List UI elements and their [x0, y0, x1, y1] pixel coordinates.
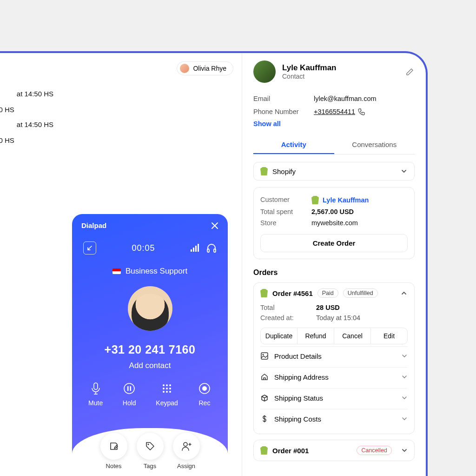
- order-created: Today at 15:04: [316, 314, 360, 322]
- log-time: t 14:50 HS: [0, 136, 14, 144]
- chevron-down-icon: [401, 395, 408, 401]
- log-time: at 14:50 HS: [17, 121, 53, 128]
- caller-avatar: [128, 286, 172, 331]
- svg-point-22: [184, 442, 187, 446]
- cancel-button[interactable]: Cancel: [334, 328, 370, 344]
- svg-point-20: [202, 386, 207, 391]
- contact-avatar: [253, 60, 276, 83]
- shipping-costs-row[interactable]: Shipping Costs: [260, 409, 408, 428]
- user-name: Olivia Rhye: [193, 65, 226, 72]
- phone-value[interactable]: +3166554411: [314, 108, 365, 115]
- phone-icon: [358, 108, 365, 115]
- chevron-up-icon[interactable]: [400, 289, 408, 297]
- tags-button[interactable]: Tags: [137, 433, 164, 476]
- tabs: Activity Conversations: [253, 136, 415, 154]
- assign-button[interactable]: Assign: [173, 433, 200, 476]
- current-user-pill[interactable]: Olivia Rhye: [177, 61, 233, 75]
- collapse-icon[interactable]: [83, 241, 96, 255]
- svg-point-13: [163, 388, 165, 389]
- svg-point-16: [163, 391, 165, 393]
- svg-rect-4: [207, 249, 209, 252]
- product-details-row[interactable]: Product Details: [260, 346, 408, 365]
- orders-heading: Orders: [253, 268, 415, 277]
- svg-point-18: [169, 391, 171, 393]
- dialpad-title: Dialpad: [81, 221, 106, 229]
- list-item: pport at 14:50 HS: [0, 89, 233, 99]
- store-value: mywebsite.com: [311, 219, 358, 227]
- notes-button[interactable]: Notes: [100, 433, 127, 476]
- customer-link[interactable]: Lyle Kauffman: [311, 196, 369, 204]
- shipping-status-row[interactable]: Shipping Status: [260, 388, 408, 407]
- status-badge-paid: Paid: [317, 288, 338, 298]
- source-select[interactable]: Shopify: [253, 162, 415, 181]
- headphones-icon[interactable]: [206, 243, 217, 253]
- activity-log: pport at 14:50 HS t 14:50 HS pport at 14…: [0, 89, 233, 144]
- order-title: Order #4561: [272, 289, 313, 297]
- create-order-button[interactable]: Create Order: [260, 234, 408, 252]
- contact-subtitle: Contact: [282, 73, 337, 80]
- keypad-button[interactable]: Keypad: [156, 382, 178, 407]
- svg-point-12: [169, 384, 171, 386]
- chevron-down-icon: [400, 168, 408, 175]
- svg-point-14: [166, 388, 168, 389]
- record-button[interactable]: Rec: [198, 382, 212, 407]
- svg-point-17: [166, 391, 168, 393]
- line-label: Business Support: [126, 267, 187, 276]
- status-badge-cancelled: Cancelled: [357, 446, 392, 455]
- shopify-icon: [311, 196, 319, 204]
- svg-point-21: [147, 444, 149, 445]
- chevron-down-icon: [401, 353, 408, 359]
- left-pane: Olivia Rhye pport at 14:50 HS t 14:50 HS…: [0, 53, 242, 476]
- svg-point-24: [263, 354, 264, 355]
- hold-button[interactable]: Hold: [122, 382, 136, 407]
- contact-name: Lyle Kauffman: [282, 63, 337, 73]
- chevron-down-icon: [401, 374, 408, 380]
- caller-phone: +31 20 241 7160: [72, 343, 228, 356]
- svg-point-10: [163, 384, 165, 386]
- log-time: at 14:50 HS: [17, 90, 53, 98]
- image-icon: [260, 352, 269, 360]
- tab-activity[interactable]: Activity: [253, 136, 334, 154]
- list-item: pport at 14:50 HS: [0, 120, 233, 130]
- close-icon[interactable]: [211, 222, 218, 229]
- email-value[interactable]: lylek@kauffman.com: [314, 95, 377, 102]
- refund-button[interactable]: Refund: [297, 328, 334, 344]
- order-total: 28 USD: [316, 304, 340, 311]
- edit-button[interactable]: Edit: [370, 328, 407, 344]
- duplicate-button[interactable]: Duplicate: [261, 328, 297, 344]
- svg-rect-5: [214, 249, 216, 252]
- flag-icon: [112, 268, 121, 274]
- total-spent: 2,567.00 USD: [311, 208, 354, 215]
- mute-button[interactable]: Mute: [88, 382, 103, 407]
- edit-icon[interactable]: [405, 67, 415, 76]
- shopify-icon: [260, 289, 268, 297]
- dialpad-widget: Dialpad 00:05: [72, 214, 228, 476]
- avatar: [180, 64, 189, 73]
- shopify-icon: [260, 446, 268, 455]
- status-badge-unfulfilled: Unfulfilled: [343, 288, 378, 298]
- add-contact-link[interactable]: Add contact: [72, 361, 228, 370]
- pause-icon: [122, 382, 136, 396]
- caller-line: Business Support: [72, 267, 228, 276]
- chevron-down-icon[interactable]: [401, 447, 408, 454]
- order-title: Order #001: [272, 447, 309, 455]
- home-icon: [260, 373, 269, 381]
- show-all-link[interactable]: Show all: [253, 120, 415, 127]
- contact-panel: Lyle Kauffman Contact Email lylek@kauffm…: [242, 53, 426, 476]
- shipping-address-row[interactable]: Shipping Address: [260, 367, 408, 386]
- order-card: Order #4561 Paid Unfulfilled Total28 USD…: [253, 282, 415, 434]
- shopify-icon: [260, 167, 268, 175]
- call-timer: 00:05: [132, 243, 155, 253]
- list-item: t 14:50 HS: [0, 136, 233, 144]
- customer-summary: Customer Lyle Kauffman Total spent 2,567…: [253, 187, 415, 259]
- keypad-icon: [160, 382, 174, 396]
- tab-conversations[interactable]: Conversations: [334, 136, 415, 154]
- mic-icon: [89, 382, 103, 396]
- log-time: t 14:50 HS: [0, 106, 14, 114]
- dollar-icon: [260, 415, 269, 423]
- svg-point-15: [169, 388, 171, 389]
- device-frame: Olivia Rhye pport at 14:50 HS t 14:50 HS…: [0, 51, 428, 476]
- svg-rect-1: [193, 248, 194, 252]
- dialpad-bottom-sheet: Notes Tags Assign: [72, 428, 228, 476]
- box-icon: [260, 394, 269, 402]
